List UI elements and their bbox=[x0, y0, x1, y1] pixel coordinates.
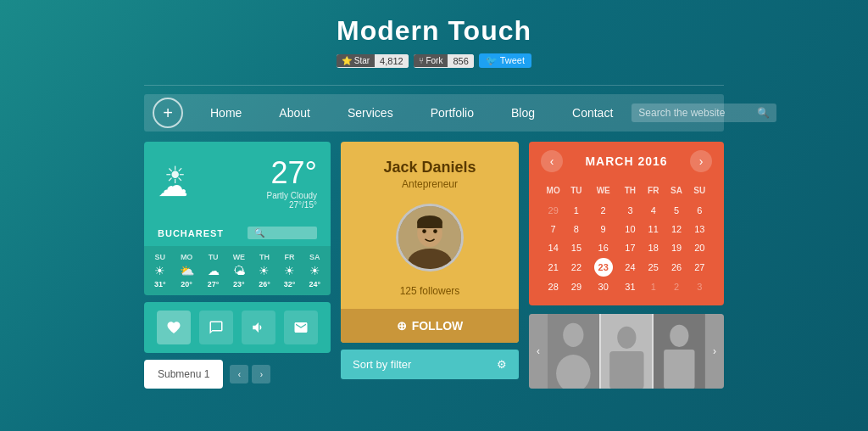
calendar-next-button[interactable]: › bbox=[690, 150, 712, 172]
cal-day[interactable]: 12 bbox=[665, 221, 687, 238]
main-content: ☀ ☁ 27° Partly Cloudy 27°/15° BUCHAREST … bbox=[144, 142, 724, 389]
cal-day[interactable]: 7 bbox=[542, 221, 564, 238]
heart-button[interactable] bbox=[157, 311, 191, 344]
calendar-card: ‹ MARCH 2016 › MO TU WE TH FR SA SU bbox=[529, 142, 724, 305]
submenu-next-button[interactable]: › bbox=[252, 365, 270, 383]
cal-day[interactable]: 24 bbox=[620, 258, 641, 277]
cal-day[interactable]: 17 bbox=[620, 239, 641, 256]
cal-day[interactable]: 22 bbox=[565, 258, 587, 277]
svg-point-8 bbox=[563, 323, 583, 347]
cal-day[interactable]: 29 bbox=[542, 202, 564, 219]
cal-day[interactable]: 14 bbox=[542, 239, 564, 256]
weather-city-input[interactable] bbox=[268, 228, 310, 238]
calendar-header: ‹ MARCH 2016 › bbox=[541, 150, 712, 172]
cal-day[interactable]: 4 bbox=[643, 202, 664, 219]
filter-icon: ⚙ bbox=[497, 358, 507, 371]
cal-day[interactable]: 19 bbox=[665, 239, 687, 256]
cal-day[interactable]: 16 bbox=[589, 239, 618, 256]
cal-day[interactable]: 28 bbox=[542, 278, 564, 295]
weather-search-box[interactable]: 🔍 bbox=[248, 227, 317, 239]
nav-about[interactable]: About bbox=[260, 94, 329, 132]
cal-day[interactable]: 8 bbox=[565, 221, 587, 238]
cal-day[interactable]: 18 bbox=[643, 239, 664, 256]
nav-search-box[interactable]: 🔍 bbox=[632, 104, 776, 122]
cal-header-we: WE bbox=[589, 184, 618, 200]
tweet-badge[interactable]: 🐦 Tweet bbox=[479, 53, 531, 68]
cal-day[interactable]: 5 bbox=[665, 202, 687, 219]
cal-header-th: TH bbox=[620, 184, 641, 200]
email-button[interactable] bbox=[284, 311, 318, 344]
cal-day[interactable]: 10 bbox=[620, 221, 641, 238]
cal-today[interactable]: 23 bbox=[589, 258, 618, 277]
navbar: + Home About Services Portfolio Blog Con… bbox=[144, 94, 724, 132]
cal-day[interactable]: 21 bbox=[542, 258, 564, 277]
cal-week-1: 29 1 2 3 4 5 6 bbox=[542, 202, 710, 219]
cal-day[interactable]: 1 bbox=[643, 278, 664, 295]
nav-portfolio[interactable]: Portfolio bbox=[412, 94, 492, 132]
cal-day[interactable]: 6 bbox=[689, 202, 710, 219]
calendar-prev-button[interactable]: ‹ bbox=[541, 150, 563, 172]
cal-day[interactable]: 2 bbox=[589, 202, 618, 219]
cal-day[interactable]: 3 bbox=[689, 278, 710, 295]
filter-bar[interactable]: Sort by filter ⚙ bbox=[341, 350, 519, 379]
cal-day[interactable]: 30 bbox=[589, 278, 618, 295]
cal-day[interactable]: 29 bbox=[565, 278, 587, 295]
profile-followers: 125 followers bbox=[400, 285, 460, 297]
weather-day-we: WE 🌤 23° bbox=[233, 253, 246, 288]
nav-home[interactable]: Home bbox=[192, 94, 260, 132]
profile-title: Antepreneur bbox=[402, 178, 458, 190]
header-badges: ⭐ Star 4,812 ⑂ Fork 856 🐦 Tweet bbox=[0, 53, 868, 68]
email-icon bbox=[293, 320, 309, 335]
nav-contact[interactable]: Contact bbox=[554, 94, 632, 132]
gallery-img-svg-2 bbox=[601, 314, 653, 389]
star-badge[interactable]: ⭐ Star 4,812 bbox=[337, 54, 409, 68]
right-column: ‹ MARCH 2016 › MO TU WE TH FR SA SU bbox=[529, 142, 724, 389]
submenu-area: Submenu 1 ‹ › bbox=[144, 360, 331, 389]
cal-day[interactable]: 2 bbox=[665, 278, 687, 295]
nav-blog[interactable]: Blog bbox=[492, 94, 554, 132]
center-column: Jack Daniels Antepreneur bbox=[341, 142, 519, 379]
follow-button[interactable]: ⊕ FOLLOW bbox=[341, 309, 519, 343]
weather-card: ☀ ☁ 27° Partly Cloudy 27°/15° BUCHAREST … bbox=[144, 142, 331, 295]
gallery-images bbox=[548, 314, 705, 389]
cal-header-mo: MO bbox=[542, 184, 564, 200]
cloud-icon: ☁ bbox=[158, 168, 188, 204]
cal-day[interactable]: 9 bbox=[589, 221, 618, 238]
cal-header-su: SU bbox=[689, 184, 710, 200]
weather-city-row: BUCHAREST 🔍 bbox=[144, 223, 331, 246]
github-star-icon: ⭐ Star bbox=[337, 54, 375, 67]
cal-day[interactable]: 3 bbox=[620, 202, 641, 219]
profile-avatar bbox=[396, 204, 464, 271]
nav-plus-button[interactable]: + bbox=[153, 98, 183, 128]
fork-badge[interactable]: ⑂ Fork 856 bbox=[414, 54, 474, 68]
header: Modern Touch ⭐ Star 4,812 ⑂ Fork 856 🐦 T… bbox=[0, 0, 868, 76]
search-input[interactable] bbox=[638, 107, 757, 119]
volume-button[interactable] bbox=[242, 311, 275, 344]
cal-day[interactable]: 11 bbox=[643, 221, 664, 238]
cal-day[interactable]: 1 bbox=[565, 202, 587, 219]
calendar-title: MARCH 2016 bbox=[585, 154, 667, 168]
submenu-box: Submenu 1 bbox=[144, 360, 223, 389]
submenu-prev-button[interactable]: ‹ bbox=[230, 365, 248, 383]
cal-day[interactable]: 26 bbox=[665, 258, 687, 277]
cal-header-tu: TU bbox=[565, 184, 587, 200]
cal-day[interactable]: 15 bbox=[565, 239, 587, 256]
cal-day[interactable]: 31 bbox=[620, 278, 641, 295]
comment-button[interactable] bbox=[199, 311, 233, 344]
cal-day[interactable]: 25 bbox=[643, 258, 664, 277]
profile-name: Jack Daniels bbox=[383, 159, 476, 176]
gallery-image-3 bbox=[654, 314, 705, 389]
gallery-img-svg-3 bbox=[654, 314, 705, 389]
nav-wrapper: + Home About Services Portfolio Blog Con… bbox=[144, 94, 724, 132]
gallery-prev-button[interactable]: ‹ bbox=[529, 314, 548, 389]
cal-day[interactable]: 27 bbox=[689, 258, 710, 277]
cal-day[interactable]: 13 bbox=[689, 221, 710, 238]
nav-links: Home About Services Portfolio Blog Conta… bbox=[192, 94, 632, 132]
gallery-next-button[interactable]: › bbox=[705, 314, 724, 389]
submenu-nav: ‹ › bbox=[230, 365, 270, 383]
weather-day-sa: SA ☀ 24° bbox=[309, 253, 320, 288]
cal-day[interactable]: 20 bbox=[689, 239, 710, 256]
social-icons-card bbox=[144, 302, 331, 353]
nav-services[interactable]: Services bbox=[329, 94, 412, 132]
svg-point-11 bbox=[617, 327, 636, 349]
